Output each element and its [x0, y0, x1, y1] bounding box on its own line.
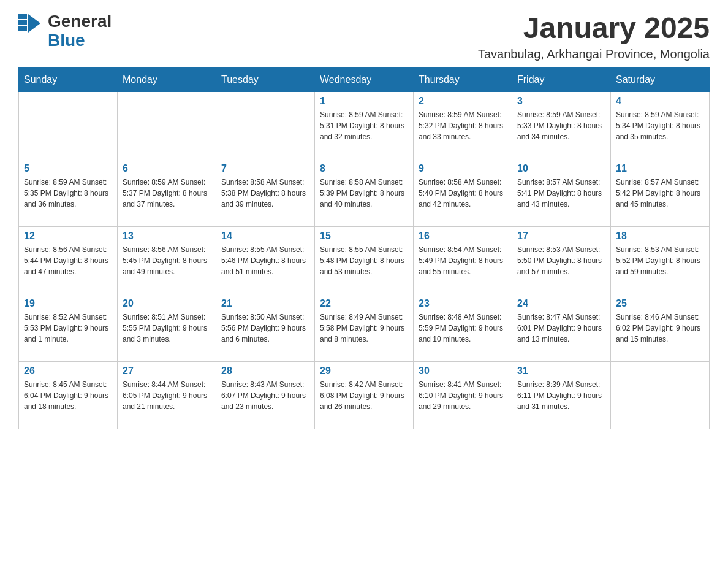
calendar-cell: 6Sunrise: 8:59 AM Sunset: 5:37 PM Daylig…: [118, 159, 216, 226]
day-number: 28: [221, 366, 309, 377]
day-info: Sunrise: 8:55 AM Sunset: 5:46 PM Dayligh…: [221, 244, 309, 277]
day-number: 14: [221, 231, 309, 242]
day-info: Sunrise: 8:56 AM Sunset: 5:44 PM Dayligh…: [24, 244, 112, 277]
day-number: 20: [123, 298, 211, 309]
day-number: 9: [419, 163, 507, 174]
calendar-cell: 2Sunrise: 8:59 AM Sunset: 5:32 PM Daylig…: [414, 91, 512, 159]
day-info: Sunrise: 8:59 AM Sunset: 5:37 PM Dayligh…: [123, 177, 211, 210]
day-info: Sunrise: 8:55 AM Sunset: 5:48 PM Dayligh…: [320, 244, 408, 277]
day-number: 15: [320, 231, 408, 242]
calendar-cell: 21Sunrise: 8:50 AM Sunset: 5:56 PM Dayli…: [216, 294, 315, 361]
day-number: 18: [616, 231, 704, 242]
day-number: 3: [517, 96, 605, 107]
day-number: 17: [517, 231, 605, 242]
day-number: 21: [221, 298, 309, 309]
calendar-cell: 27Sunrise: 8:44 AM Sunset: 6:05 PM Dayli…: [118, 361, 216, 429]
day-number: 10: [517, 163, 605, 174]
day-info: Sunrise: 8:43 AM Sunset: 6:07 PM Dayligh…: [221, 379, 309, 412]
day-info: Sunrise: 8:58 AM Sunset: 5:39 PM Dayligh…: [320, 177, 408, 210]
calendar-cell: 18Sunrise: 8:53 AM Sunset: 5:52 PM Dayli…: [611, 226, 710, 294]
calendar-cell: 16Sunrise: 8:54 AM Sunset: 5:49 PM Dayli…: [414, 226, 512, 294]
calendar-cell: 15Sunrise: 8:55 AM Sunset: 5:48 PM Dayli…: [315, 226, 414, 294]
logo-icon: [18, 14, 48, 48]
calendar-week-row: 12Sunrise: 8:56 AM Sunset: 5:44 PM Dayli…: [19, 226, 710, 294]
calendar-cell: 12Sunrise: 8:56 AM Sunset: 5:44 PM Dayli…: [19, 226, 118, 294]
calendar-cell: 29Sunrise: 8:42 AM Sunset: 6:08 PM Dayli…: [315, 361, 414, 429]
day-info: Sunrise: 8:47 AM Sunset: 6:01 PM Dayligh…: [517, 312, 605, 345]
day-info: Sunrise: 8:49 AM Sunset: 5:58 PM Dayligh…: [320, 312, 408, 345]
day-number: 13: [123, 231, 211, 242]
page-header: General Blue January 2025 Tavanbulag, Ar…: [18, 12, 710, 61]
calendar-cell: 26Sunrise: 8:45 AM Sunset: 6:04 PM Dayli…: [19, 361, 118, 429]
day-number: 26: [24, 366, 112, 377]
calendar-cell: [216, 91, 315, 159]
calendar-cell: 20Sunrise: 8:51 AM Sunset: 5:55 PM Dayli…: [118, 294, 216, 361]
day-number: 25: [616, 298, 704, 309]
day-number: 31: [517, 366, 605, 377]
calendar-header-row: SundayMondayTuesdayWednesdayThursdayFrid…: [19, 67, 710, 91]
calendar-cell: 1Sunrise: 8:59 AM Sunset: 5:31 PM Daylig…: [315, 91, 414, 159]
day-info: Sunrise: 8:51 AM Sunset: 5:55 PM Dayligh…: [123, 312, 211, 345]
day-info: Sunrise: 8:58 AM Sunset: 5:38 PM Dayligh…: [221, 177, 309, 210]
day-of-week-header: Saturday: [611, 67, 710, 91]
title-section: January 2025 Tavanbulag, Arkhangai Provi…: [478, 12, 710, 61]
calendar-week-row: 19Sunrise: 8:52 AM Sunset: 5:53 PM Dayli…: [19, 294, 710, 361]
calendar-week-row: 1Sunrise: 8:59 AM Sunset: 5:31 PM Daylig…: [19, 91, 710, 159]
svg-marker-3: [28, 14, 40, 33]
day-number: 7: [221, 163, 309, 174]
calendar-cell: 3Sunrise: 8:59 AM Sunset: 5:33 PM Daylig…: [512, 91, 611, 159]
day-info: Sunrise: 8:54 AM Sunset: 5:49 PM Dayligh…: [419, 244, 507, 277]
day-info: Sunrise: 8:52 AM Sunset: 5:53 PM Dayligh…: [24, 312, 112, 345]
day-info: Sunrise: 8:42 AM Sunset: 6:08 PM Dayligh…: [320, 379, 408, 412]
day-info: Sunrise: 8:48 AM Sunset: 5:59 PM Dayligh…: [419, 312, 507, 345]
logo: General Blue: [18, 12, 112, 50]
day-number: 1: [320, 96, 408, 107]
day-info: Sunrise: 8:59 AM Sunset: 5:35 PM Dayligh…: [24, 177, 112, 210]
day-of-week-header: Tuesday: [216, 67, 315, 91]
svg-rect-0: [18, 14, 27, 19]
location-title: Tavanbulag, Arkhangai Province, Mongolia: [478, 47, 710, 61]
calendar-week-row: 5Sunrise: 8:59 AM Sunset: 5:35 PM Daylig…: [19, 159, 710, 226]
day-info: Sunrise: 8:57 AM Sunset: 5:42 PM Dayligh…: [616, 177, 704, 210]
calendar-cell: 24Sunrise: 8:47 AM Sunset: 6:01 PM Dayli…: [512, 294, 611, 361]
day-number: 11: [616, 163, 704, 174]
calendar-cell: 5Sunrise: 8:59 AM Sunset: 5:35 PM Daylig…: [19, 159, 118, 226]
day-info: Sunrise: 8:59 AM Sunset: 5:33 PM Dayligh…: [517, 109, 605, 142]
calendar-cell: 13Sunrise: 8:56 AM Sunset: 5:45 PM Dayli…: [118, 226, 216, 294]
calendar-cell: 19Sunrise: 8:52 AM Sunset: 5:53 PM Dayli…: [19, 294, 118, 361]
calendar-cell: 9Sunrise: 8:58 AM Sunset: 5:40 PM Daylig…: [414, 159, 512, 226]
calendar-cell: 22Sunrise: 8:49 AM Sunset: 5:58 PM Dayli…: [315, 294, 414, 361]
day-of-week-header: Monday: [118, 67, 216, 91]
day-info: Sunrise: 8:58 AM Sunset: 5:40 PM Dayligh…: [419, 177, 507, 210]
day-number: 27: [123, 366, 211, 377]
logo-general-text: General: [48, 12, 112, 31]
calendar-cell: 25Sunrise: 8:46 AM Sunset: 6:02 PM Dayli…: [611, 294, 710, 361]
day-of-week-header: Friday: [512, 67, 611, 91]
day-info: Sunrise: 8:53 AM Sunset: 5:50 PM Dayligh…: [517, 244, 605, 277]
day-info: Sunrise: 8:44 AM Sunset: 6:05 PM Dayligh…: [123, 379, 211, 412]
day-number: 19: [24, 298, 112, 309]
day-of-week-header: Sunday: [19, 67, 118, 91]
day-info: Sunrise: 8:41 AM Sunset: 6:10 PM Dayligh…: [419, 379, 507, 412]
day-of-week-header: Thursday: [414, 67, 512, 91]
calendar-cell: 17Sunrise: 8:53 AM Sunset: 5:50 PM Dayli…: [512, 226, 611, 294]
day-number: 29: [320, 366, 408, 377]
calendar-cell: 8Sunrise: 8:58 AM Sunset: 5:39 PM Daylig…: [315, 159, 414, 226]
svg-rect-1: [18, 20, 27, 25]
calendar-week-row: 26Sunrise: 8:45 AM Sunset: 6:04 PM Dayli…: [19, 361, 710, 429]
day-number: 16: [419, 231, 507, 242]
day-number: 4: [616, 96, 704, 107]
day-info: Sunrise: 8:50 AM Sunset: 5:56 PM Dayligh…: [221, 312, 309, 345]
svg-rect-2: [18, 26, 27, 31]
calendar-cell: [611, 361, 710, 429]
calendar-cell: [118, 91, 216, 159]
day-info: Sunrise: 8:56 AM Sunset: 5:45 PM Dayligh…: [123, 244, 211, 277]
day-info: Sunrise: 8:59 AM Sunset: 5:31 PM Dayligh…: [320, 109, 408, 142]
calendar-cell: 14Sunrise: 8:55 AM Sunset: 5:46 PM Dayli…: [216, 226, 315, 294]
day-number: 22: [320, 298, 408, 309]
day-number: 2: [419, 96, 507, 107]
day-number: 23: [419, 298, 507, 309]
day-info: Sunrise: 8:53 AM Sunset: 5:52 PM Dayligh…: [616, 244, 704, 277]
day-info: Sunrise: 8:46 AM Sunset: 6:02 PM Dayligh…: [616, 312, 704, 345]
day-info: Sunrise: 8:59 AM Sunset: 5:34 PM Dayligh…: [616, 109, 704, 142]
